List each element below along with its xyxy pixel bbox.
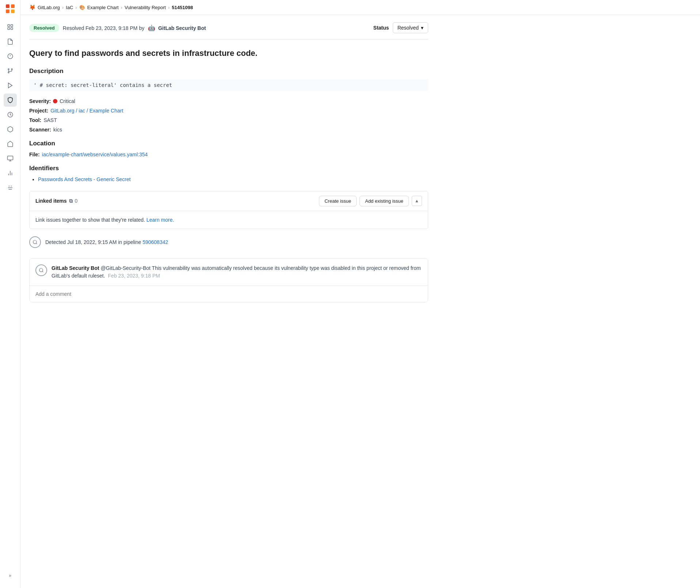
resolved-text: Resolved Feb 23, 2023, 9:18 PM by 🤖 GitL… <box>63 24 370 31</box>
breadcrumb-sep-1: › <box>62 5 64 10</box>
description-heading: Description <box>29 68 428 75</box>
tool-label: Tool: <box>29 117 41 123</box>
sidebar-expand-button[interactable]: » <box>4 569 17 582</box>
sidebar-item-issues[interactable] <box>4 50 17 63</box>
svg-rect-4 <box>8 24 9 26</box>
project-label: Project: <box>29 108 48 114</box>
svg-rect-1 <box>11 4 15 8</box>
scanner-label: Scanner: <box>29 127 51 133</box>
svg-point-12 <box>11 69 12 70</box>
sidebar-item-merge-requests[interactable] <box>4 64 17 77</box>
breadcrumb-sep-4: › <box>168 5 170 10</box>
severity-label: Severity: <box>29 98 51 104</box>
project-link[interactable]: GitLab.org / iac / Example Chart <box>50 108 123 114</box>
pipeline-link[interactable]: 590608342 <box>142 239 168 245</box>
linked-items-title: Linked items ⧉ 0 <box>35 198 316 204</box>
sidebar-item-packages[interactable] <box>4 123 17 136</box>
description-text: ' # secret: secret-literal' contains a s… <box>29 79 428 91</box>
detection-row: Detected Jul 18, 2022, 9:15 AM in pipeli… <box>29 236 428 248</box>
breadcrumb-iac[interactable]: IaC <box>66 5 73 10</box>
add-comment-area <box>30 286 428 302</box>
main-content: 🦊 GitLab.org › IaC › 🎨 Example Chart › V… <box>20 0 700 588</box>
sidebar-item-monitor[interactable] <box>4 137 17 150</box>
file-label: File: <box>29 152 40 157</box>
linked-items-count: 0 <box>75 198 78 204</box>
scanner-value: kics <box>53 127 62 133</box>
sidebar-item-code[interactable] <box>4 35 17 48</box>
file-row: File: iac/example-chart/webservice/value… <box>29 152 428 157</box>
identifiers-heading: Identifiers <box>29 165 428 172</box>
add-existing-issue-button[interactable]: Add existing issue <box>359 196 409 206</box>
breadcrumb-gitlab-org[interactable]: GitLab.org <box>38 5 60 10</box>
svg-point-11 <box>8 69 9 70</box>
status-label: Status <box>373 25 389 31</box>
location-section: Location File: iac/example-chart/webserv… <box>29 140 428 157</box>
identifier-link[interactable]: Passwords And Secrets - Generic Secret <box>38 176 131 182</box>
sidebar-item-security[interactable] <box>4 93 17 107</box>
linked-items-empty-text: Link issues together to show that they'r… <box>35 217 145 223</box>
list-item: Passwords And Secrets - Generic Secret <box>38 176 428 182</box>
gitlab-org-icon: 🦊 <box>29 4 35 10</box>
breadcrumb: 🦊 GitLab.org › IaC › 🎨 Example Chart › V… <box>20 0 700 15</box>
breadcrumb-sep-3: › <box>121 5 122 10</box>
detection-text: Detected Jul 18, 2022, 9:15 AM in pipeli… <box>45 239 168 245</box>
status-bar: Resolved Resolved Feb 23, 2023, 9:18 PM … <box>29 22 428 39</box>
breadcrumb-vulnerability-report[interactable]: Vulnerability Report <box>125 5 166 10</box>
severity-value: Critical <box>60 98 75 104</box>
bot-name: GitLab Security Bot <box>158 25 206 31</box>
linked-items-body: Link issues together to show that they'r… <box>30 211 428 229</box>
svg-marker-14 <box>8 83 12 88</box>
svg-rect-16 <box>7 156 13 160</box>
comment-handle-text: @GitLab-Security-Bot <box>101 265 151 271</box>
create-issue-button[interactable]: Create issue <box>319 196 357 206</box>
breadcrumb-example-chart[interactable]: Example Chart <box>87 5 119 10</box>
sidebar-item-home[interactable] <box>4 20 17 34</box>
file-link[interactable]: iac/example-chart/webservice/values.yaml… <box>42 152 148 157</box>
svg-rect-6 <box>8 28 9 30</box>
linked-items-label: Linked items <box>35 198 67 204</box>
add-comment-input[interactable] <box>30 286 428 302</box>
sidebar-item-infrastructure[interactable] <box>4 152 17 165</box>
sidebar-item-cicd[interactable] <box>4 79 17 92</box>
breadcrumb-current: 51451098 <box>172 5 193 10</box>
linked-items-header: Linked items ⧉ 0 Create issue Add existi… <box>30 191 428 211</box>
detection-icon <box>29 236 41 248</box>
resolved-badge: Resolved <box>29 24 59 32</box>
sidebar-item-snippets[interactable] <box>4 181 17 194</box>
status-dropdown[interactable]: Resolved ▾ <box>393 22 428 33</box>
page-title: Query to find passwords and secrets in i… <box>29 48 428 59</box>
sidebar-item-deployments[interactable] <box>4 108 17 121</box>
svg-line-29 <box>42 271 43 272</box>
severity-dot <box>53 99 57 103</box>
comment-author: GitLab Security Bot <box>52 265 99 271</box>
example-chart-icon: 🎨 <box>79 5 85 10</box>
status-right: Status Resolved ▾ <box>373 22 428 33</box>
file-link-wrapper: iac/example-chart/webservice/values.yaml… <box>42 152 148 157</box>
comment-box: GitLab Security Bot @GitLab-Security-Bot… <box>29 258 428 302</box>
svg-rect-2 <box>6 9 9 13</box>
chevron-up-icon: ▲ <box>415 198 419 203</box>
status-dropdown-value: Resolved <box>397 25 419 31</box>
severity-row: Severity: Critical <box>29 98 428 104</box>
svg-point-13 <box>8 72 9 73</box>
linked-items-icon: ⧉ <box>69 198 73 204</box>
identifier-list: Passwords And Secrets - Generic Secret <box>29 176 428 182</box>
tool-row: Tool: SAST <box>29 117 428 123</box>
gitlab-logo[interactable] <box>4 3 16 15</box>
scanner-row: Scanner: kics <box>29 127 428 133</box>
learn-more-link[interactable]: Learn more. <box>147 217 174 223</box>
bot-avatar-inline: 🤖 <box>148 25 155 31</box>
linked-items-box: Linked items ⧉ 0 Create issue Add existi… <box>29 191 428 229</box>
svg-point-28 <box>39 268 43 271</box>
breadcrumb-sep-2: › <box>75 5 77 10</box>
avatar <box>35 264 47 276</box>
location-heading: Location <box>29 140 428 147</box>
sidebar: » <box>0 0 20 588</box>
comment-item: GitLab Security Bot @GitLab-Security-Bot… <box>30 259 428 286</box>
collapse-button[interactable]: ▲ <box>412 196 422 206</box>
comment-timestamp: Feb 23, 2023, 9:18 PM <box>108 273 160 279</box>
project-link-wrapper: GitLab.org / iac / Example Chart <box>50 108 123 114</box>
project-row: Project: GitLab.org / iac / Example Char… <box>29 108 428 114</box>
svg-line-27 <box>36 243 37 244</box>
sidebar-item-analytics[interactable] <box>4 167 17 180</box>
